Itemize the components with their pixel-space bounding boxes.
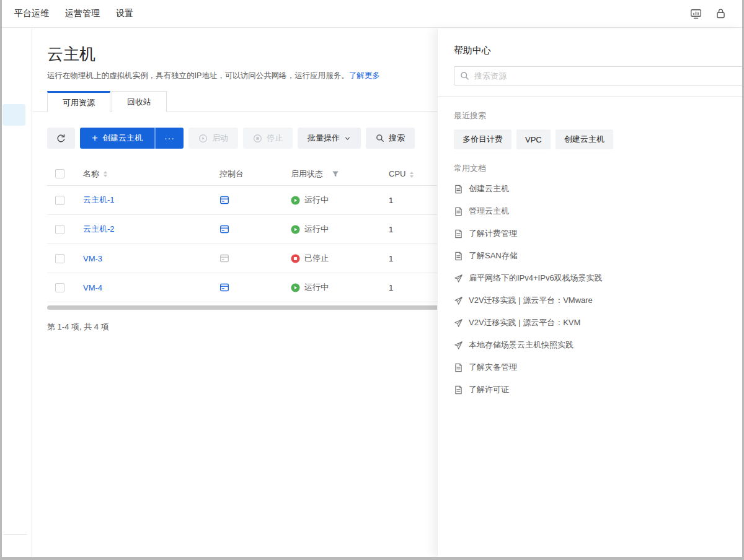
lock-icon[interactable] <box>715 8 726 19</box>
status-stopped-icon <box>291 254 300 263</box>
help-panel-title: 帮助中心 <box>454 45 742 56</box>
table-row: VM-4 运行中 1 <box>47 273 439 302</box>
document-icon <box>454 385 463 395</box>
tab-bar: 可用资源 回收站 <box>33 90 439 112</box>
batch-actions-button[interactable]: 批量操作 <box>298 128 361 149</box>
guide-icon <box>454 318 463 328</box>
cpu-value: 1 <box>389 283 438 292</box>
learn-more-link[interactable]: 了解更多 <box>349 71 380 80</box>
help-doc-item[interactable]: 本地存储场景云主机快照实践 <box>454 334 742 356</box>
top-nav-item-2[interactable]: 设置 <box>116 8 133 19</box>
vm-name-link[interactable]: 云主机-2 <box>83 224 115 234</box>
vm-name-link[interactable]: VM-3 <box>83 254 102 263</box>
rail-divider <box>4 534 27 535</box>
chevron-down-icon <box>344 135 351 142</box>
status-badge: 已停止 <box>304 253 329 264</box>
column-cpu: CPU <box>389 169 405 178</box>
help-doc-item[interactable]: V2V迁移实践 | 源云平台：KVM <box>454 312 742 334</box>
table-row: VM-3 已停止 1 <box>47 244 439 273</box>
pagination-info: 第 1-4 项, 共 4 项 <box>47 322 439 333</box>
doc-label: 了解计费管理 <box>469 228 517 239</box>
vm-name-link[interactable]: 云主机-1 <box>83 195 115 204</box>
stop-circle-icon <box>253 134 262 143</box>
status-badge: 运行中 <box>304 224 329 235</box>
table-row: 云主机-2 运行中 1 <box>47 215 439 244</box>
refresh-button[interactable] <box>47 128 75 149</box>
help-doc-item[interactable]: V2V迁移实践 | 源云平台：VMware <box>454 289 742 312</box>
plus-icon: + <box>92 133 98 143</box>
row-checkbox[interactable] <box>55 225 64 234</box>
create-vm-split-button: + 创建云主机 ··· <box>80 128 184 149</box>
horizontal-scrollbar-thumb[interactable] <box>47 305 439 310</box>
doc-label: V2V迁移实践 | 源云平台：KVM <box>469 317 580 328</box>
help-doc-item[interactable]: 扁平网络下的IPv4+IPv6双栈场景实践 <box>454 267 742 289</box>
top-nav-item-0[interactable]: 平台运维 <box>14 8 49 19</box>
document-icon <box>454 252 463 261</box>
tab-available-resources[interactable]: 可用资源 <box>47 91 110 112</box>
page-title: 云主机 <box>47 43 439 65</box>
doc-label: 了解许可证 <box>469 384 509 395</box>
recent-search-chip[interactable]: 多价目计费 <box>454 129 512 149</box>
column-name: 名称 <box>83 169 99 178</box>
console-icon[interactable] <box>219 282 229 292</box>
help-doc-item[interactable]: 了解计费管理 <box>454 222 742 245</box>
status-running-icon <box>291 225 300 234</box>
create-vm-button[interactable]: + 创建云主机 <box>80 128 154 149</box>
guide-icon <box>454 274 463 283</box>
page-description: 运行在物理机上的虚拟机实例，具有独立的IP地址，可以访问公共网络，运行应用服务。… <box>47 71 439 81</box>
doc-label: 了解灾备管理 <box>469 362 517 373</box>
tab-recycle-bin[interactable]: 回收站 <box>112 91 167 112</box>
filter-icon[interactable] <box>332 170 339 178</box>
cpu-value: 1 <box>389 225 438 234</box>
table-body: 云主机-1 运行中 1 云主机-2 运行中 1 VM-3 已停止 1 <box>47 186 439 302</box>
console-icon <box>219 253 229 263</box>
top-menubar: 平台运维运营管理设置 <box>2 0 742 28</box>
status-badge: 运行中 <box>304 282 329 293</box>
cpu-value: 1 <box>389 254 438 263</box>
sort-icon[interactable] <box>410 172 414 178</box>
app-window: 平台运维运营管理设置 云主机 <box>0 0 744 560</box>
help-search-input[interactable] <box>454 66 742 85</box>
help-doc-item[interactable]: 了解许可证 <box>454 378 742 401</box>
document-icon <box>454 185 463 194</box>
refresh-icon <box>56 134 66 143</box>
search-button[interactable]: 搜索 <box>366 128 415 149</box>
row-checkbox[interactable] <box>55 254 64 263</box>
toolbar: + 创建云主机 ··· 启动 停止 批量操作 <box>47 128 439 149</box>
vm-name-link[interactable]: VM-4 <box>83 283 102 292</box>
recent-search-chip[interactable]: 创建云主机 <box>556 129 613 149</box>
search-icon <box>460 71 469 83</box>
recent-search-label: 最近搜索 <box>454 110 742 121</box>
sidebar-active-item-highlight[interactable] <box>2 104 25 126</box>
status-badge: 运行中 <box>304 195 329 206</box>
cpu-value: 1 <box>389 196 438 205</box>
doc-label: V2V迁移实践 | 源云平台：VMware <box>469 295 593 306</box>
doc-label: 了解SAN存储 <box>469 250 518 261</box>
docs-list: 创建云主机 管理云主机 了解计费管理 了解SAN存储 扁平网络下的IPv4+IP… <box>454 178 742 401</box>
main-content: 云主机 运行在物理机上的虚拟机实例，具有独立的IP地址，可以访问公共网络，运行应… <box>33 28 439 557</box>
sort-icon[interactable] <box>104 171 107 177</box>
stop-button[interactable]: 停止 <box>243 128 293 149</box>
recent-search-chips: 多价目计费VPC创建云主机 <box>454 129 742 149</box>
recent-search-chip[interactable]: VPC <box>516 129 551 149</box>
row-checkbox[interactable] <box>55 196 64 205</box>
left-rail <box>2 28 32 557</box>
console-icon[interactable] <box>219 195 229 205</box>
more-actions-button[interactable]: ··· <box>154 128 184 149</box>
vm-table: 名称 控制台 启用状态 CPU 云主机-1 运行中 1 <box>47 162 439 302</box>
doc-label: 创建云主机 <box>469 183 509 195</box>
guide-icon <box>454 341 463 350</box>
table-row: 云主机-1 运行中 1 <box>47 186 439 215</box>
row-checkbox[interactable] <box>55 283 64 292</box>
help-doc-item[interactable]: 了解灾备管理 <box>454 356 742 378</box>
help-doc-item[interactable]: 了解SAN存储 <box>454 245 742 267</box>
console-icon[interactable] <box>219 224 229 234</box>
help-doc-item[interactable]: 创建云主机 <box>454 178 742 200</box>
help-doc-item[interactable]: 管理云主机 <box>454 200 742 222</box>
top-nav: 平台运维运营管理设置 <box>14 8 133 19</box>
monitor-chart-icon[interactable] <box>690 9 702 19</box>
start-button[interactable]: 启动 <box>188 128 238 149</box>
document-icon <box>454 229 463 238</box>
select-all-checkbox[interactable] <box>55 169 64 178</box>
top-nav-item-1[interactable]: 运营管理 <box>65 8 100 19</box>
